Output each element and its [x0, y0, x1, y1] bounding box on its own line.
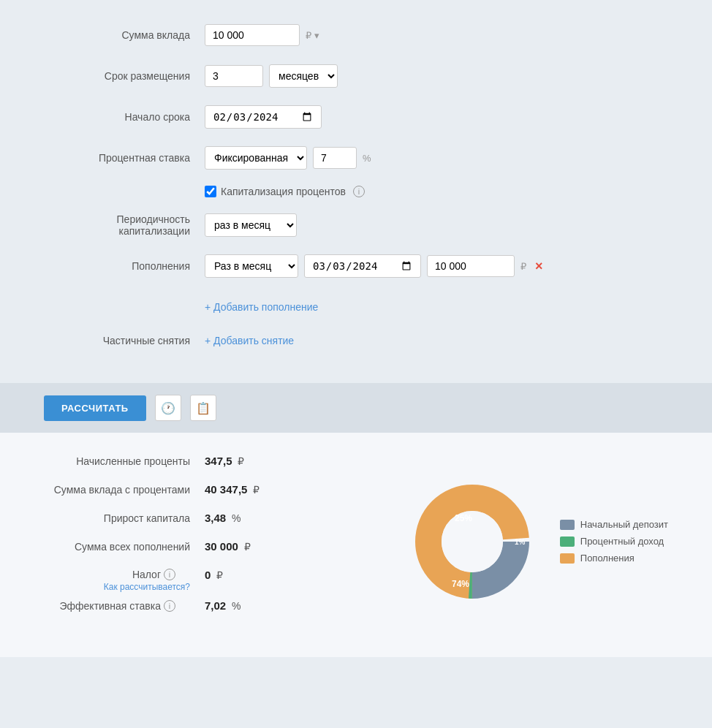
capitalization-info-icon[interactable]: i [353, 186, 365, 197]
tax-value-group: 0 ₽ [205, 569, 223, 581]
copy-icon: 📋 [196, 401, 211, 415]
tax-value: 0 [205, 569, 211, 581]
total-replenishment-value-group: 30 000 ₽ [205, 540, 251, 553]
total-amount-label: Сумма вклада с процентами [44, 484, 205, 496]
accrued-interest-label: Начисленные проценты [44, 455, 205, 467]
effective-rate-info-icon[interactable]: i [164, 600, 175, 612]
total-amount-value-group: 40 347,5 ₽ [205, 483, 260, 496]
total-amount-row: Сумма вклада с процентами 40 347,5 ₽ [44, 483, 370, 496]
currency-dropdown[interactable]: ₽ ▾ [306, 30, 319, 41]
withdrawal-controls: + Добавить снятие [205, 335, 294, 346]
tax-info-icon[interactable]: i [164, 569, 175, 580]
calculate-button[interactable]: РАССЧИТАТЬ [44, 395, 146, 421]
total-amount-currency: ₽ [253, 484, 260, 496]
effective-rate-unit: % [232, 600, 241, 612]
total-amount-value: 40 347,5 [205, 483, 247, 496]
replenishment-label: Пополнения [44, 260, 205, 272]
chart-legend: Начальный депозит Процентный доход Попол… [560, 519, 668, 564]
add-withdrawal-link[interactable]: + Добавить снятие [205, 335, 294, 346]
replenishment-controls: Раз в месяц Раз в квартал Раз в год ₽ × [205, 254, 546, 278]
results-left: Начисленные проценты 347,5 ₽ Сумма вклад… [44, 455, 370, 628]
capitalization-freq-row: Периодичность капитализации раз в месяц … [44, 212, 668, 238]
chart-label-interest: 1% [515, 538, 526, 546]
add-replenishment-row: + Добавить пополнение [44, 294, 668, 320]
total-replenishment-currency: ₽ [244, 541, 251, 553]
effective-rate-row: Эффективная ставка i 7,02 % [44, 599, 370, 612]
capitalization-checkbox[interactable] [205, 186, 216, 197]
tax-row: Налог i Как рассчитывается? 0 ₽ [44, 569, 370, 592]
history-button[interactable]: 🕐 [155, 395, 181, 421]
accrued-interest-row: Начисленные проценты 347,5 ₽ [44, 455, 370, 467]
legend-item-interest: Процентный доход [560, 536, 668, 547]
tax-label-group: Налог i Как рассчитывается? [44, 569, 205, 592]
chart-legend-wrapper: 25% 1% 74% Начальный депозит Процентный … [399, 455, 668, 628]
deposit-amount-input[interactable] [205, 24, 300, 46]
rate-unit: % [363, 153, 371, 164]
chart-label-replenishment: 74% [452, 579, 469, 589]
capital-growth-unit: % [232, 512, 241, 524]
calc-bar: РАССЧИТАТЬ 🕐 📋 [0, 383, 712, 433]
legend-item-deposit: Начальный депозит [560, 519, 668, 530]
legend-color-deposit [560, 520, 575, 530]
legend-color-interest [560, 536, 575, 547]
start-date-controls [205, 105, 322, 129]
term-controls: месяцев дней лет [205, 64, 338, 88]
results-section: Начисленные проценты 347,5 ₽ Сумма вклад… [0, 433, 712, 657]
replenishment-row: Пополнения Раз в месяц Раз в квартал Раз… [44, 253, 668, 279]
legend-color-replenishment [560, 553, 575, 564]
copy-button[interactable]: 📋 [190, 395, 216, 421]
capitalization-freq-select[interactable]: раз в месяц раз в квартал раз в год [205, 213, 297, 237]
deposit-amount-row: Сумма вклада ₽ ▾ [44, 22, 668, 48]
tax-label-row: Налог i [44, 569, 205, 580]
capital-growth-value: 3,48 [205, 512, 226, 524]
capitalization-label: Капитализация процентов [221, 186, 346, 197]
start-date-row: Начало срока [44, 104, 668, 130]
legend-item-replenishment: Пополнения [560, 553, 668, 564]
add-replenishment-link[interactable]: + Добавить пополнение [205, 301, 318, 313]
term-unit-select[interactable]: месяцев дней лет [269, 64, 338, 88]
effective-rate-value-group: 7,02 % [205, 599, 241, 612]
start-date-label: Начало срока [44, 111, 205, 123]
start-date-input[interactable] [205, 105, 322, 129]
remove-replenishment-button[interactable]: × [532, 259, 546, 274]
tax-currency: ₽ [216, 569, 223, 581]
deposit-amount-label: Сумма вклада [44, 29, 205, 41]
effective-rate-label-row: Эффективная ставка i [44, 600, 205, 612]
effective-rate-value: 7,02 [205, 599, 226, 612]
legend-label-interest: Процентный доход [580, 536, 664, 547]
capital-growth-label: Прирост капитала [44, 512, 205, 524]
replenishment-currency: ₽ [520, 261, 526, 272]
accrued-interest-currency: ₽ [238, 455, 244, 467]
deposit-amount-controls: ₽ ▾ [205, 24, 319, 46]
term-input[interactable] [205, 65, 263, 87]
accrued-interest-value-group: 347,5 ₽ [205, 455, 244, 467]
capitalization-checkbox-row: Капитализация процентов i [205, 186, 668, 197]
term-row: Срок размещения месяцев дней лет [44, 63, 668, 89]
term-label: Срок размещения [44, 70, 205, 82]
replenishment-item: Раз в месяц Раз в квартал Раз в год ₽ × [205, 254, 546, 278]
chart-label-deposit: 25% [455, 513, 472, 523]
tax-link[interactable]: Как рассчитывается? [44, 582, 205, 592]
withdrawal-row: Частичные снятия + Добавить снятие [44, 327, 668, 354]
replenishment-date-input[interactable] [304, 254, 421, 278]
capital-growth-row: Прирост капитала 3,48 % [44, 512, 370, 524]
effective-rate-label: Эффективная ставка [59, 600, 161, 612]
replenishment-amount-input[interactable] [427, 255, 515, 277]
tax-label: Налог [132, 569, 161, 580]
total-replenishment-value: 30 000 [205, 540, 238, 553]
rate-label: Процентная ставка [44, 152, 205, 164]
capital-growth-value-group: 3,48 % [205, 512, 241, 524]
legend-label-deposit: Начальный депозит [580, 519, 668, 530]
accrued-interest-value: 347,5 [205, 455, 232, 467]
rate-input[interactable] [313, 147, 357, 169]
capitalization-freq-label: Периодичность капитализации [44, 213, 205, 237]
total-replenishment-label: Сумма всех пополнений [44, 541, 205, 553]
history-icon: 🕐 [161, 401, 175, 415]
rate-type-select[interactable]: Фиксированная Плавающая [205, 146, 307, 170]
legend-label-replenishment: Пополнения [580, 553, 635, 564]
total-replenishment-row: Сумма всех пополнений 30 000 ₽ [44, 540, 370, 553]
rate-controls: Фиксированная Плавающая % [205, 146, 371, 170]
replenishment-freq-select[interactable]: Раз в месяц Раз в квартал Раз в год [205, 254, 298, 278]
donut-chart: 25% 1% 74% [399, 469, 545, 615]
capitalization-freq-controls: раз в месяц раз в квартал раз в год [205, 213, 297, 237]
